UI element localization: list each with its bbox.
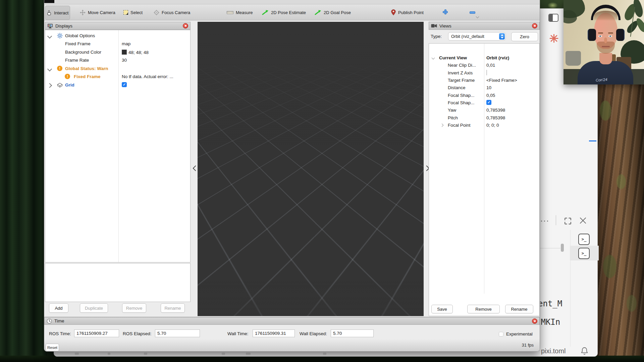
row-value[interactable]: ✓ (486, 100, 491, 105)
row-value[interactable]: 0; 0; 0 (486, 123, 499, 128)
row-value[interactable]: <Fixed Frame> (486, 78, 517, 83)
ros-time-label: ROS Time: (49, 331, 71, 336)
webcam-overlay: Con'24 (564, 0, 644, 84)
row-value[interactable]: 48; 48; 48 (122, 50, 149, 55)
gear-icon (57, 33, 63, 39)
rename-view-button[interactable]: Rename (505, 305, 533, 313)
tool-2d-pose-estimate[interactable]: 2D Pose Estimate (261, 6, 307, 18)
focus-crosshair-icon (154, 10, 159, 15)
row-value: No tf data. Actual error: ... (122, 74, 173, 79)
remove-view-button[interactable]: Remove (467, 305, 500, 313)
tool-select[interactable]: Select (122, 6, 144, 18)
map-pin-icon (391, 9, 396, 15)
scrollbar-thumb[interactable] (561, 244, 564, 252)
more-actions-icon[interactable] (540, 220, 549, 222)
row-value[interactable]: ✓ (122, 82, 127, 87)
fps-counter: 31 fps (522, 343, 534, 348)
experimental-checkbox[interactable] (499, 332, 503, 337)
tree-row-global-status[interactable]: ! Global Status: Warn (45, 65, 191, 73)
wall-time-field[interactable] (253, 329, 295, 337)
tool-interact[interactable]: Interact (45, 6, 70, 20)
row-value[interactable]: 0,785398 (486, 115, 505, 120)
view-row-target-frame[interactable]: Target Frame <Fixed Frame> (429, 77, 540, 84)
remove-tool-button[interactable] (470, 11, 475, 14)
save-view-button[interactable]: Save (431, 305, 453, 313)
views-panel-header[interactable]: Views (429, 22, 540, 30)
row-value[interactable]: 0,05 (486, 93, 495, 98)
duplicate-display-button[interactable]: Duplicate (80, 303, 108, 313)
tool-publish-point[interactable]: Publish Point (390, 6, 425, 18)
chevron-down-icon[interactable] (47, 34, 52, 39)
view-row-distance[interactable]: Distance 10 (429, 84, 540, 92)
ros-time-field[interactable] (74, 329, 119, 337)
move-arrows-icon (80, 10, 86, 15)
tool-2d-goal-pose[interactable]: 2D Goal Pose (313, 6, 352, 18)
row-value[interactable]: 0,785398 (486, 108, 505, 113)
row-label: Target Frame (448, 78, 475, 83)
displays-panel-header[interactable]: Displays (45, 22, 191, 30)
terminal-icon[interactable]: >_ (578, 234, 590, 245)
remove-display-button[interactable]: Remove (122, 303, 146, 313)
row-value[interactable]: 10 (486, 85, 491, 90)
wall-elapsed-label: Wall Elapsed: (300, 331, 327, 336)
ros-elapsed-field[interactable] (155, 329, 200, 337)
warning-icon: ! (65, 74, 70, 79)
terminal-icon[interactable]: >_ (578, 248, 590, 259)
rename-display-button[interactable]: Rename (161, 303, 185, 313)
wall-elapsed-field[interactable] (331, 329, 374, 337)
view-row-near-clip[interactable]: Near Clip Di... 0,01 (429, 62, 540, 69)
statusbar-glyph (246, 353, 251, 355)
tree-row-fixed-frame-warning[interactable]: ! Fixed Frame No tf data. Actual error: … (45, 73, 191, 81)
tree-row-global-options[interactable]: Global Options (45, 32, 191, 40)
panel-close-button[interactable] (183, 23, 188, 28)
hand-pointer-icon (47, 10, 52, 16)
wallpaper-forest-left (0, 0, 47, 362)
bell-icon[interactable] (581, 347, 588, 355)
green-arrow-icon (315, 10, 321, 15)
focal-shape-checkbox[interactable]: ✓ (486, 100, 491, 105)
3d-viewport[interactable] (198, 22, 424, 316)
row-value[interactable]: 0,01 (486, 63, 495, 68)
zero-button[interactable]: Zero (511, 32, 538, 41)
tree-row-background-color[interactable]: Background Color 48; 48; 48 (45, 48, 191, 56)
add-display-button[interactable]: Add (49, 303, 68, 313)
experimental-label: Experimental (506, 331, 533, 337)
headphone-cup (616, 29, 625, 41)
tree-row-fixed-frame[interactable]: Fixed Frame map (45, 40, 191, 48)
view-row-focal-shape-fixed[interactable]: Focal Shap... ✓ (429, 99, 540, 107)
view-row-invert-z[interactable]: Invert Z Axis (429, 69, 540, 77)
view-row-focal-shape-size[interactable]: Focal Shap... 0,05 (429, 92, 540, 99)
panel-close-button[interactable] (532, 23, 537, 28)
view-row-yaw[interactable]: Yaw 0,785398 (429, 107, 540, 114)
chevron-down-icon[interactable] (432, 56, 435, 60)
tree-row-grid[interactable]: Grid ✓ (45, 81, 191, 89)
close-icon[interactable] (579, 217, 587, 225)
tool-label: Publish Point (398, 10, 424, 15)
chevron-right-icon[interactable] (47, 83, 52, 88)
view-type-dropdown[interactable]: Orbit (rviz_default (448, 32, 506, 41)
time-panel-header[interactable]: Time (44, 317, 540, 325)
description-box (45, 263, 191, 302)
chevron-right-icon[interactable] (440, 124, 444, 127)
view-row-pitch[interactable]: Pitch 0,785398 (429, 114, 540, 122)
invert-z-checkbox[interactable] (486, 70, 487, 75)
panel-close-button[interactable] (532, 318, 537, 324)
dropdown-stepper-icon[interactable] (499, 33, 505, 40)
tool-move-camera[interactable]: Move Camera (78, 6, 117, 18)
row-value[interactable] (486, 70, 487, 75)
tree-row-frame-rate[interactable]: Frame Rate 30 (45, 56, 191, 64)
pixi-toml-label[interactable]: pixi.toml (541, 347, 566, 355)
tool-focus-camera[interactable]: Focus Camera (152, 6, 192, 18)
row-label: Distance (448, 85, 466, 90)
maximize-icon[interactable] (564, 217, 572, 225)
chevron-down-icon[interactable] (47, 67, 52, 71)
tool-measure[interactable]: Measure (225, 6, 254, 18)
row-value[interactable]: map (122, 41, 130, 46)
grid-enabled-checkbox[interactable]: ✓ (122, 82, 127, 87)
sidebar-toggle-icon[interactable] (548, 14, 558, 22)
moss-patch (603, 255, 616, 278)
row-value[interactable]: 30 (122, 58, 127, 63)
view-row-focal-point[interactable]: Focal Point 0; 0; 0 (429, 122, 540, 129)
reset-button[interactable]: Reset (46, 344, 59, 351)
view-row-current-view[interactable]: Current View Orbit (rviz) (429, 54, 540, 62)
